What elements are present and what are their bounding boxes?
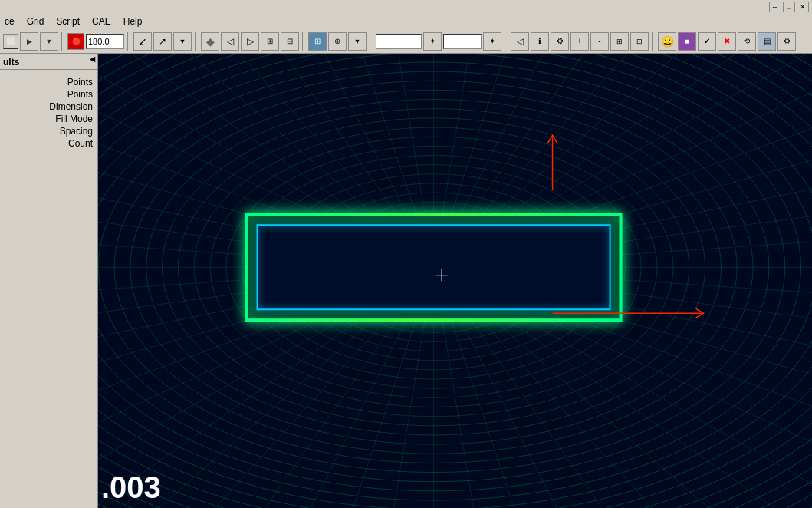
arrow-left-tool[interactable]: ◁: [221, 32, 239, 51]
tool-17[interactable]: ■: [678, 32, 696, 51]
menu-item-ce[interactable]: ce: [2, 16, 18, 27]
tool-16[interactable]: 😀: [658, 32, 676, 51]
dropdown-tool[interactable]: ▼: [173, 32, 192, 51]
maximize-button[interactable]: □: [783, 2, 795, 12]
toolbar-separator-6: [505, 32, 508, 51]
tool-4[interactable]: ⊞: [261, 32, 279, 51]
toolbar-btn-1[interactable]: ⬜: [3, 34, 18, 49]
arrow-right-tool[interactable]: ▷: [241, 32, 259, 51]
angle-input[interactable]: [86, 34, 124, 49]
tool-11[interactable]: ⚙: [551, 32, 569, 51]
panel-row-count: Count: [0, 137, 97, 150]
tool-8[interactable]: ✦: [483, 32, 501, 51]
panel-collapse-button[interactable]: ◀: [87, 54, 97, 64]
toolbar-separator-1: [61, 32, 64, 51]
tool-12[interactable]: +: [570, 32, 589, 51]
tool-14[interactable]: ⊞: [610, 32, 629, 51]
angle-icon[interactable]: 🔴: [67, 33, 84, 50]
tool-10[interactable]: ℹ: [531, 32, 549, 51]
tool-13[interactable]: -: [590, 32, 609, 51]
mesh-tool[interactable]: ⊕: [328, 32, 347, 51]
fillmode-label: Fill Mode: [55, 114, 93, 124]
tool-9[interactable]: ◁: [511, 32, 529, 51]
panel-header: ults ◀: [0, 54, 97, 70]
canvas-area[interactable]: .003: [98, 54, 812, 508]
tool-6[interactable]: ▼: [348, 32, 367, 51]
field-input-1[interactable]: [376, 34, 422, 49]
tool-15[interactable]: ⊡: [630, 32, 649, 51]
title-bar: ─ □ ✕: [0, 0, 812, 14]
menu-item-script[interactable]: Script: [53, 16, 83, 27]
toolbar: ⬜ ▶ ▼ 🔴 ↙ ↗ ▼ ◆ ◁ ▷ ⊞ ⊟ ⊞ ⊕ ▼ ✦ ✦ ◁ ℹ ⚙ …: [0, 29, 812, 54]
tool-5[interactable]: ⊟: [281, 32, 299, 51]
toolbar-separator-5: [370, 32, 373, 51]
grid-tool[interactable]: ⊞: [308, 32, 327, 51]
toolbar-btn-3[interactable]: ▼: [40, 32, 58, 51]
tool-18[interactable]: ✔: [698, 32, 716, 51]
toolbar-separator-2: [127, 32, 130, 51]
panel-row-points1: Points: [0, 76, 97, 88]
menu-item-help[interactable]: Help: [120, 16, 146, 27]
count-label: Count: [68, 138, 93, 149]
spacing-label: Spacing: [60, 126, 93, 137]
tool-20[interactable]: ⟲: [738, 32, 756, 51]
menu-bar: ce Grid Script CAE Help: [0, 14, 812, 29]
angle-control: 🔴: [67, 33, 124, 50]
mesh-canvas[interactable]: [98, 54, 812, 508]
panel-title: ults: [3, 57, 19, 68]
tool-19[interactable]: ✖: [718, 32, 736, 51]
menu-item-grid[interactable]: Grid: [24, 16, 48, 27]
left-panel: ults ◀ Points Points Dimension Fill Mode…: [0, 54, 98, 508]
dimension-label: Dimension: [49, 101, 93, 112]
close-button[interactable]: ✕: [797, 2, 809, 12]
tool-7[interactable]: ✦: [423, 32, 442, 51]
window-controls[interactable]: ─ □ ✕: [769, 2, 809, 12]
panel-row-dimension: Dimension: [0, 101, 97, 113]
diamond-tool[interactable]: ◆: [201, 32, 219, 51]
tool-21[interactable]: ▤: [758, 32, 776, 51]
bottom-number: .003: [101, 470, 161, 505]
toolbar-separator-4: [302, 32, 305, 51]
field-input-2[interactable]: [443, 34, 482, 49]
line-tool[interactable]: ↗: [153, 32, 172, 51]
tool-22[interactable]: ⚙: [777, 32, 796, 51]
toolbar-separator-3: [195, 32, 198, 51]
curve-tool[interactable]: ↙: [133, 32, 152, 51]
menu-item-cae[interactable]: CAE: [89, 16, 114, 27]
panel-row-spacing: Spacing: [0, 125, 97, 137]
toolbar-btn-2[interactable]: ▶: [20, 32, 38, 51]
panel-content: Points Points Dimension Fill Mode Spacin…: [0, 76, 97, 150]
panel-row-points2: Points: [0, 88, 97, 101]
points2-label: Points: [67, 89, 93, 100]
points1-label: Points: [67, 77, 93, 87]
panel-row-fillmode: Fill Mode: [0, 113, 97, 125]
minimize-button[interactable]: ─: [769, 2, 781, 12]
toolbar-separator-7: [652, 32, 655, 51]
